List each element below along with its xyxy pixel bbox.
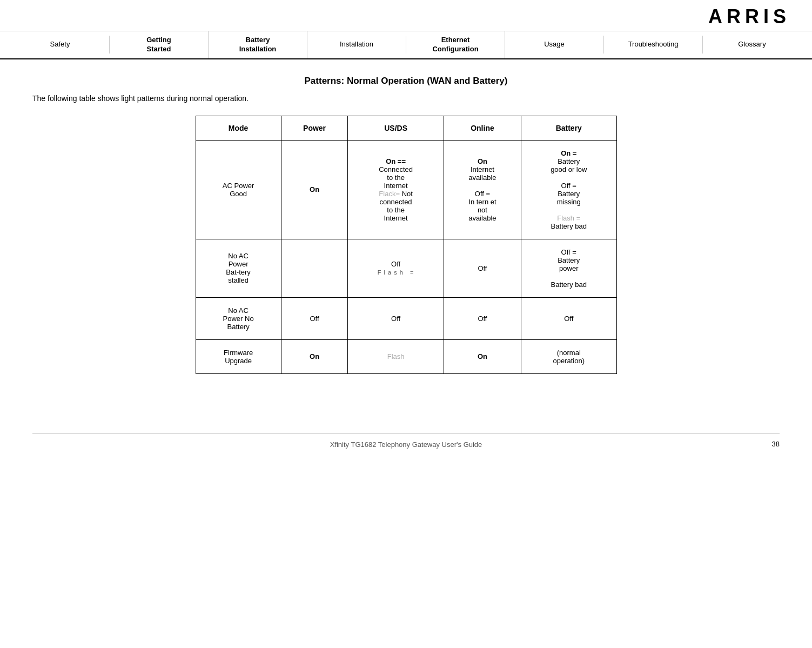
nav-ethernet-configuration[interactable]: EthernetConfiguration <box>406 31 505 58</box>
main-content: Patterns: Normal Operation (WAN and Batt… <box>0 59 812 390</box>
table-row: FirmwareUpgrade On Flash On (normalopera… <box>196 339 616 373</box>
cell-power-1: On <box>281 140 348 239</box>
table-row: AC PowerGood On On == Connectedto theInt… <box>196 140 616 239</box>
cell-battery-4: (normaloperation) <box>521 339 616 373</box>
cell-power-3: Off <box>281 297 348 339</box>
nav-glossary[interactable]: Glossary <box>703 36 801 54</box>
nav-safety[interactable]: Safety <box>11 36 110 54</box>
navigation: Safety GettingStarted BatteryInstallatio… <box>0 31 812 59</box>
cell-battery-3: Off <box>521 297 616 339</box>
cell-battery-1: On = Batterygood or low Off =Batterymiss… <box>521 140 616 239</box>
table-row: No ACPower NoBattery Off Off Off Off <box>196 297 616 339</box>
table-header-row: Mode Power US/DS Online Battery <box>196 116 616 140</box>
col-battery: Battery <box>521 116 616 140</box>
cell-online-1: On Internetavailable Off =In tern etnota… <box>444 140 521 239</box>
col-power: Power <box>281 116 348 140</box>
cell-usds-2: Off F l a s h = <box>348 239 444 297</box>
logo: ARRIS <box>708 5 790 28</box>
table-row: No ACPowerBat-terystalled Off F l a s h … <box>196 239 616 297</box>
nav-installation[interactable]: Installation <box>307 36 406 54</box>
col-usds: US/DS <box>348 116 444 140</box>
cell-mode-3: No ACPower NoBattery <box>196 297 281 339</box>
nav-battery-installation[interactable]: BatteryInstallation <box>209 31 307 58</box>
section-description: The following table shows light patterns… <box>32 94 780 103</box>
col-mode: Mode <box>196 116 281 140</box>
page-number: 38 <box>772 440 780 448</box>
nav-troubleshooting[interactable]: Troubleshooting <box>604 36 703 54</box>
cell-usds-4: Flash <box>348 339 444 373</box>
cell-online-4: On <box>444 339 521 373</box>
cell-usds-1: On == Connectedto theInternet Flack= Not… <box>348 140 444 239</box>
cell-power-4: On <box>281 339 348 373</box>
cell-mode-2: No ACPowerBat-terystalled <box>196 239 281 297</box>
col-online: Online <box>444 116 521 140</box>
patterns-table: Mode Power US/DS Online Battery AC Power… <box>196 116 617 374</box>
footer-text: Xfinity TG1682 Telephony Gateway User's … <box>32 433 780 449</box>
cell-online-3: Off <box>444 297 521 339</box>
cell-online-2: Off <box>444 239 521 297</box>
cell-mode-4: FirmwareUpgrade <box>196 339 281 373</box>
cell-usds-3: Off <box>348 297 444 339</box>
cell-battery-2: Off =Batterypower Battery bad <box>521 239 616 297</box>
logo-bar: ARRIS <box>0 0 812 31</box>
nav-usage[interactable]: Usage <box>505 36 604 54</box>
cell-mode-1: AC PowerGood <box>196 140 281 239</box>
nav-getting-started[interactable]: GettingStarted <box>110 31 209 58</box>
section-title: Patterns: Normal Operation (WAN and Batt… <box>32 76 780 86</box>
cell-power-2 <box>281 239 348 297</box>
